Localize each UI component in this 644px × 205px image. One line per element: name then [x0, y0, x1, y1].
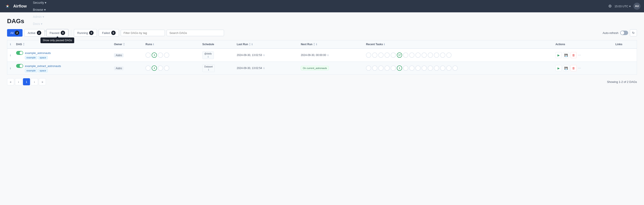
- table-row: ℹ example_extract_astronauts examplespac…: [7, 62, 637, 75]
- th-last-run: Last Run ▲▼ ℹ: [234, 40, 298, 49]
- runs-cell-1: 4: [143, 62, 200, 75]
- owner-cell-1: Astro: [111, 62, 143, 75]
- delete-button-0[interactable]: 🗑: [570, 52, 577, 58]
- dag-name-cell-0: example_astronauts examplespace: [14, 48, 111, 62]
- more-actions-0[interactable]: ···: [578, 53, 581, 57]
- paused-tooltip: Show only paused DAGs: [40, 37, 74, 43]
- nav-item-admin[interactable]: Admin ▾: [30, 13, 56, 20]
- page-title: DAGs: [7, 18, 637, 25]
- th-schedule: Schedule: [200, 40, 234, 49]
- actions-cell-0: ▶ 💾 🗑 ···: [553, 48, 613, 62]
- brand-name: Airflow: [13, 4, 27, 8]
- nav-right: ⚙ 15:03 UTC ▾ AU: [608, 3, 640, 10]
- filter-active-button[interactable]: Active 2: [24, 29, 44, 37]
- page-first-button[interactable]: «: [7, 78, 14, 85]
- paused-wrapper: Paused 0 Show only paused DAGs: [46, 29, 68, 37]
- settings-icon[interactable]: ⚙: [608, 4, 612, 8]
- th-info: ℹ: [7, 40, 14, 49]
- links-cell-0: [613, 48, 637, 62]
- dag-table-body: ℹ example_astronauts examplespace Astro3…: [7, 48, 637, 75]
- filter-divider: [71, 30, 71, 36]
- filter-running-button[interactable]: Running 0: [74, 29, 97, 37]
- runs-cell-0: 3: [143, 48, 200, 62]
- dag-tag[interactable]: space: [38, 69, 48, 72]
- paused-count-badge: 0: [61, 31, 65, 35]
- schedule-cell-1: Dataset ℹ: [200, 62, 234, 75]
- schedule-cell-0: @daily ℹ: [200, 48, 234, 62]
- th-actions: Actions: [553, 40, 613, 49]
- dag-tag[interactable]: example: [25, 69, 37, 72]
- pagination-buttons: « ‹ 1 › »: [7, 78, 46, 85]
- brand[interactable]: Airflow: [4, 2, 27, 10]
- th-links: Links: [613, 40, 637, 49]
- tasks-circles-1: 1: [366, 65, 550, 71]
- all-count-badge: 2: [15, 31, 19, 35]
- refresh-button[interactable]: ↻: [630, 29, 637, 36]
- th-next-run: Next Run ▲▼ ℹ: [298, 40, 363, 49]
- page-current-button[interactable]: 1: [23, 78, 30, 85]
- showing-text: Showing 1-2 of 2 DAGs: [607, 80, 637, 84]
- dag-tag[interactable]: example: [25, 56, 37, 59]
- th-owner: Owner ▲▼: [111, 40, 143, 49]
- last-run-cell-1: 2024-09-30, 13:02:54 ℹ: [234, 62, 298, 75]
- dag-name-link-1[interactable]: example_extract_astronauts: [25, 64, 61, 68]
- auto-refresh-toggle[interactable]: [620, 31, 628, 35]
- toggle-knob: [620, 31, 624, 35]
- th-runs: Runs ℹ: [143, 40, 200, 49]
- tasks-circles-0: 17: [366, 52, 550, 58]
- filter-tags-input[interactable]: [121, 30, 165, 36]
- running-count-badge: 0: [89, 31, 94, 35]
- dag-tag[interactable]: space: [38, 56, 48, 59]
- filter-all-button[interactable]: All 2: [7, 29, 22, 37]
- dag-toggle-0[interactable]: [16, 51, 23, 55]
- search-dags-input[interactable]: [167, 30, 224, 36]
- more-actions-1[interactable]: ···: [578, 66, 581, 70]
- owner-cell-0: Astro: [111, 48, 143, 62]
- time-display[interactable]: 15:03 UTC ▾: [614, 5, 631, 8]
- failed-count-badge: 0: [111, 31, 116, 35]
- last-run-cell-0: 2024-09-30, 13:02:53 ℹ: [234, 48, 298, 62]
- filter-paused-button[interactable]: Paused 0: [46, 29, 68, 37]
- runs-circles-1: 4: [146, 65, 197, 71]
- dag-table: ℹ DAG ▲▼ Owner ▲▼ Runs ℹ: [7, 40, 637, 75]
- navbar: Airflow DAGsCluster ActivityDatasetsSecu…: [0, 0, 644, 12]
- next-run-badge-1: On current_astronauts: [301, 66, 329, 70]
- nav-item-docs[interactable]: Docs ▾: [30, 20, 56, 27]
- user-avatar[interactable]: AU: [634, 3, 640, 10]
- tasks-cell-1: 1: [363, 62, 553, 75]
- links-cell-1: [613, 62, 637, 75]
- save-button-1[interactable]: 💾: [563, 65, 569, 71]
- dag-name-cell-1: example_extract_astronauts examplespace: [14, 62, 111, 75]
- save-button-0[interactable]: 💾: [563, 52, 569, 58]
- row-info-0: ℹ: [7, 48, 14, 62]
- page-next-button[interactable]: ›: [31, 78, 38, 85]
- nav-item-security[interactable]: Security ▾: [30, 0, 56, 6]
- active-count-badge: 2: [37, 31, 41, 35]
- next-run-cell-1: On current_astronauts: [298, 62, 363, 75]
- table-row: ℹ example_astronauts examplespace Astro3…: [7, 48, 637, 62]
- th-recent-tasks: Recent Tasks ℹ: [363, 40, 553, 49]
- main-content: DAGs All 2 Active 2 Paused 0 Show only p…: [0, 12, 644, 92]
- pagination-row: « ‹ 1 › » Showing 1-2 of 2 DAGs: [7, 75, 637, 87]
- auto-refresh-label: Auto-refresh: [602, 31, 618, 35]
- tasks-cell-0: 17: [363, 48, 553, 62]
- runs-circles-0: 3: [146, 52, 197, 58]
- filters-row: All 2 Active 2 Paused 0 Show only paused…: [7, 29, 637, 37]
- svg-point-1: [7, 5, 8, 7]
- play-button-1[interactable]: ▶: [556, 65, 562, 71]
- dag-name-link-0[interactable]: example_astronauts: [25, 51, 51, 55]
- nav-item-browse[interactable]: Browse ▾: [30, 6, 56, 13]
- airflow-logo: [4, 2, 12, 10]
- next-run-cell-0: 2024-09-30, 00:00:00ℹ: [298, 48, 363, 62]
- delete-button-1[interactable]: 🗑: [570, 65, 577, 71]
- row-info-1: ℹ: [7, 62, 14, 75]
- page-prev-button[interactable]: ‹: [15, 78, 22, 85]
- play-button-0[interactable]: ▶: [556, 52, 562, 58]
- dag-toggle-1[interactable]: [16, 64, 23, 68]
- page-last-button[interactable]: »: [39, 78, 46, 85]
- table-header: ℹ DAG ▲▼ Owner ▲▼ Runs ℹ: [7, 40, 637, 49]
- actions-cell-1: ▶ 💾 🗑 ···: [553, 62, 613, 75]
- filter-failed-button[interactable]: Failed 0: [99, 29, 119, 37]
